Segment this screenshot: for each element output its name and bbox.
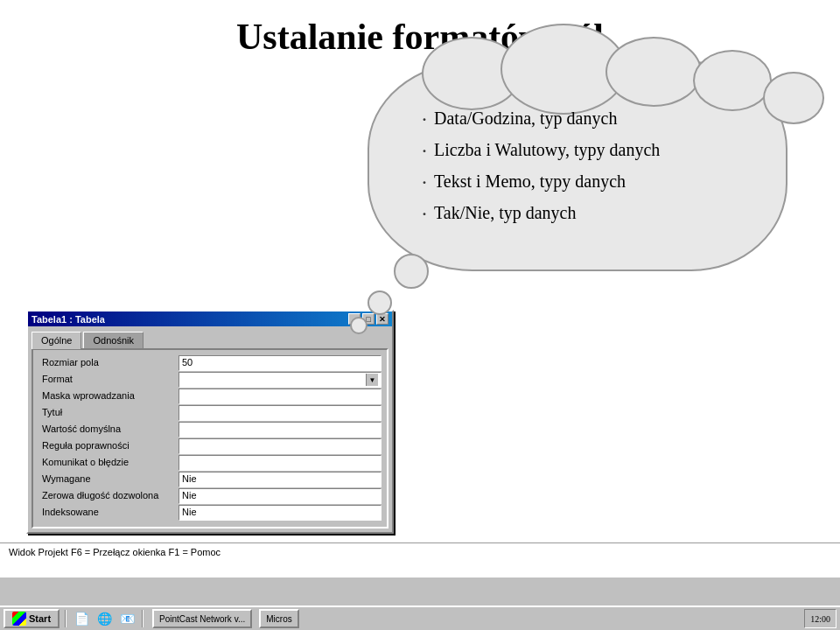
bullet-item-1: · Data/Godzina, typ danych (422, 103, 751, 135)
field-row-tytul: Tytuł (38, 405, 382, 421)
dialog-box: Tabela1 : Tabela _ □ ✕ Ogólne Odnośnik R… (26, 310, 394, 534)
field-row-rozmiar: Rozmiar pola 50 (38, 355, 382, 371)
bullet-item-4: · Tak/Nie, typ danych (422, 198, 751, 229)
field-label-maska: Maska wprowadzania (38, 388, 178, 404)
field-value-wymagane[interactable]: Nie (178, 472, 382, 487)
field-value-rozmiar[interactable]: 50 (178, 355, 382, 371)
bullet-dot-4: · (422, 198, 427, 229)
cloud-main: · Data/Godzina, typ danych · Liczba i Wa… (368, 61, 788, 271)
bullet-dot-1: · (422, 103, 427, 135)
taskbar-clock: 12:00 (804, 609, 836, 628)
cloud-content: · Data/Godzina, typ danych · Liczba i Wa… (422, 103, 751, 229)
field-value-wartosc[interactable] (178, 422, 382, 438)
field-label-rozmiar: Rozmiar pola (38, 355, 178, 371)
taskbar-icon-3[interactable]: 📧 (117, 609, 136, 628)
field-row-format: Format ▼ (38, 372, 382, 388)
tab-ogolne[interactable]: Ogólne (32, 332, 81, 349)
taskbar-separator-2 (142, 610, 144, 627)
bullet-dot-3: · (422, 166, 427, 198)
status-bar: Widok Projekt F6 = Przełącz okienka F1 =… (0, 542, 840, 560)
field-value-maska[interactable] (178, 388, 382, 404)
field-row-komunikat: Komunikat o błędzie (38, 455, 382, 471)
bullet-item-2: · Liczba i Walutowy, typy danych (422, 135, 751, 166)
cloud-bump1 (606, 37, 702, 107)
field-row-maska: Maska wprowadzania (38, 388, 382, 404)
field-label-regula: Reguła poprawności (38, 438, 178, 454)
bullet-dot-2: · (422, 135, 427, 166)
field-value-regula[interactable] (178, 438, 382, 454)
status-text: Widok Projekt F6 = Przełącz okienka F1 =… (9, 547, 220, 557)
taskbar: Start 📄 🌐 📧 PointCast Network v... Micro… (0, 606, 840, 630)
field-value-zerowa[interactable]: Nie (178, 488, 382, 504)
field-label-komunikat: Komunikat o błędzie (38, 455, 178, 471)
dialog-tabs: Ogólne Odnośnik (28, 326, 392, 348)
bullet-text-3: Tekst i Memo, typy danych (434, 166, 626, 196)
cloud-tail-circle-1 (394, 254, 429, 289)
field-row-wartosc: Wartość domyślna (38, 422, 382, 438)
field-label-wymagane: Wymagane (38, 472, 178, 487)
taskbar-micros-label: Micros (266, 614, 291, 624)
dialog-body: Rozmiar pola 50 Format ▼ Maska wprowadza… (32, 348, 388, 528)
taskbar-micros-button[interactable]: Micros (259, 609, 298, 628)
cloud-tail-circle-3 (350, 317, 368, 334)
bullet-text-4: Tak/Nie, typ danych (434, 198, 576, 228)
tab-odnosnik[interactable]: Odnośnik (83, 332, 143, 348)
dialog-titlebar: Tabela1 : Tabela _ □ ✕ (28, 312, 392, 326)
taskbar-icon-2[interactable]: 🌐 (94, 609, 114, 628)
field-row-regula: Reguła poprawności (38, 438, 382, 454)
cloud-bump3 (763, 72, 824, 124)
field-value-komunikat[interactable] (178, 455, 382, 471)
start-label: Start (29, 613, 51, 624)
clock-time: 12:00 (810, 614, 830, 624)
taskbar-separator-1 (65, 610, 66, 627)
bullet-item-3: · Tekst i Memo, typy danych (422, 166, 751, 198)
windows-logo-icon (12, 612, 26, 626)
field-label-indeksowane: Indeksowane (38, 505, 178, 521)
field-label-format: Format (38, 372, 178, 388)
slide-title: Ustalanie formatów pól (0, 0, 840, 58)
field-row-zerowa: Zerowa długość dozwolona Nie (38, 488, 382, 504)
cloud-tail-circle-2 (368, 290, 392, 315)
slide-area: Ustalanie formatów pól · Data/Godzina, t… (0, 0, 840, 578)
field-row-indeksowane: Indeksowane Nie (38, 505, 382, 521)
field-value-indeksowane[interactable]: Nie (178, 505, 382, 521)
taskbar-icon-1[interactable]: 📄 (72, 609, 91, 628)
format-dropdown-arrow[interactable]: ▼ (366, 374, 378, 386)
cloud-bump2 (693, 50, 772, 111)
field-value-tytul[interactable] (178, 405, 382, 421)
taskbar-pointcast-button[interactable]: PointCast Network v... (152, 609, 252, 628)
start-button[interactable]: Start (4, 609, 60, 628)
thought-bubble: · Data/Godzina, typ danych · Liczba i Wa… (341, 61, 805, 306)
dialog-title: Tabela1 : Tabela (32, 314, 105, 325)
field-label-zerowa: Zerowa długość dozwolona (38, 488, 178, 504)
bullet-text-2: Liczba i Walutowy, typy danych (434, 135, 660, 164)
field-value-format[interactable]: ▼ (178, 372, 382, 388)
field-label-tytul: Tytuł (38, 405, 178, 421)
taskbar-pointcast-label: PointCast Network v... (159, 614, 245, 624)
field-label-wartosc: Wartość domyślna (38, 422, 178, 438)
field-row-wymagane: Wymagane Nie (38, 472, 382, 487)
bullet-text-1: Data/Godzina, typ danych (434, 103, 617, 133)
